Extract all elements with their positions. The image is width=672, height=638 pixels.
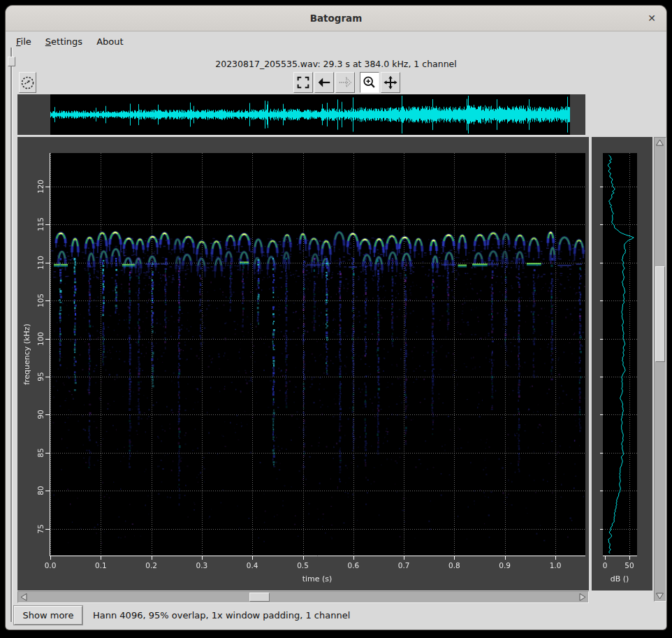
time-tick-label: 0.3: [196, 561, 208, 570]
freq-tick-label: 115: [36, 217, 45, 231]
freq-tick-label: 105: [36, 293, 45, 307]
show-more-button[interactable]: Show more: [14, 606, 82, 625]
menu-item-file[interactable]: File: [15, 35, 33, 48]
scrollbar-up-button[interactable]: [655, 138, 665, 148]
forward-button[interactable]: [335, 72, 355, 93]
y-axis-label: frequency (kHz): [22, 324, 31, 385]
app-window: Batogram ✕ FileSettingsAbout 20230817_20…: [6, 6, 666, 630]
time-tick-label: 0.9: [499, 561, 511, 570]
status-text: Hann 4096, 95% overlap, 1x window paddin…: [93, 605, 350, 625]
freq-tick-label: 110: [36, 256, 45, 270]
spectrogram-panel[interactable]: frequency (kHz) time (s) 120115110105100…: [17, 137, 589, 590]
time-tick-label: 0.8: [448, 561, 460, 570]
waveform-canvas[interactable]: [17, 94, 585, 135]
freq-tick-label: 75: [36, 524, 45, 533]
waveform-overview[interactable]: [17, 94, 585, 135]
scrollbar-thumb[interactable]: [249, 593, 270, 602]
splitter-track[interactable]: [10, 48, 13, 622]
spectrogram-canvas[interactable]: [17, 137, 589, 590]
titlebar[interactable]: Batogram ✕: [6, 6, 666, 31]
freq-tick-label: 95: [36, 372, 45, 381]
reset-view-button[interactable]: [19, 72, 36, 93]
horizontal-scrollbar[interactable]: [17, 591, 589, 603]
zoom-button[interactable]: [360, 72, 379, 93]
back-button[interactable]: [314, 72, 334, 93]
freq-tick-label: 100: [36, 331, 45, 345]
fit-all-icon: [295, 75, 311, 90]
statusbar: Show more Hann 4096, 95% overlap, 1x win…: [6, 605, 666, 626]
pane-splitter[interactable]: [8, 48, 15, 622]
freq-tick-label: 85: [36, 448, 45, 457]
desktop-background: Batogram ✕ FileSettingsAbout 20230817_20…: [0, 0, 672, 638]
db-tick-label: 0: [603, 561, 608, 570]
time-tick-label: 0.4: [247, 561, 258, 570]
scrollbar-right-button[interactable]: [577, 592, 587, 602]
scrollbar-down-button[interactable]: [655, 590, 665, 601]
splitter-handle[interactable]: [8, 57, 15, 66]
left-arrow-icon: [19, 592, 29, 602]
time-tick-label: 0.6: [347, 561, 359, 570]
up-arrow-icon: [655, 138, 665, 148]
freq-tick-label: 80: [36, 486, 45, 495]
vertical-scrollbar[interactable]: [654, 137, 666, 602]
menu-item-about[interactable]: About: [95, 35, 124, 48]
arrow-left-icon: [316, 75, 332, 90]
window-title: Batogram: [6, 6, 666, 31]
time-tick-label: 0.7: [398, 561, 410, 570]
right-arrow-icon: [577, 592, 587, 602]
close-button[interactable]: ✕: [648, 6, 656, 31]
scrollbar-left-button[interactable]: [19, 592, 29, 602]
time-tick-label: 1.0: [550, 561, 562, 570]
power-profile-canvas[interactable]: [592, 137, 652, 590]
power-profile-panel[interactable]: dB () 050: [592, 137, 652, 590]
file-info: 20230817_205535.wav: 29.3 s at 384.0 kHz…: [6, 59, 666, 69]
x-axis-label: time (s): [302, 574, 333, 583]
time-tick-label: 0.1: [95, 561, 107, 570]
time-tick-label: 0.0: [45, 561, 57, 570]
freq-tick-label: 90: [36, 410, 45, 419]
freq-tick-label: 120: [36, 180, 45, 194]
menu-item-settings[interactable]: Settings: [44, 35, 84, 48]
down-arrow-icon: [655, 590, 665, 601]
pan-move-icon: [383, 75, 398, 90]
pan-button[interactable]: [381, 72, 400, 93]
reset-view-icon: [20, 75, 35, 90]
db-axis-label: dB (): [611, 574, 629, 583]
db-tick-label: 50: [624, 561, 634, 570]
time-tick-label: 0.2: [145, 561, 157, 570]
fit-all-button[interactable]: [293, 72, 313, 93]
scrollbar-thumb[interactable]: [655, 266, 665, 362]
time-tick-label: 0.5: [297, 561, 309, 570]
zoom-in-icon: [362, 75, 377, 90]
arrow-right-icon: [337, 75, 353, 90]
toolbar: [293, 72, 400, 93]
menubar: FileSettingsAbout: [15, 32, 125, 50]
